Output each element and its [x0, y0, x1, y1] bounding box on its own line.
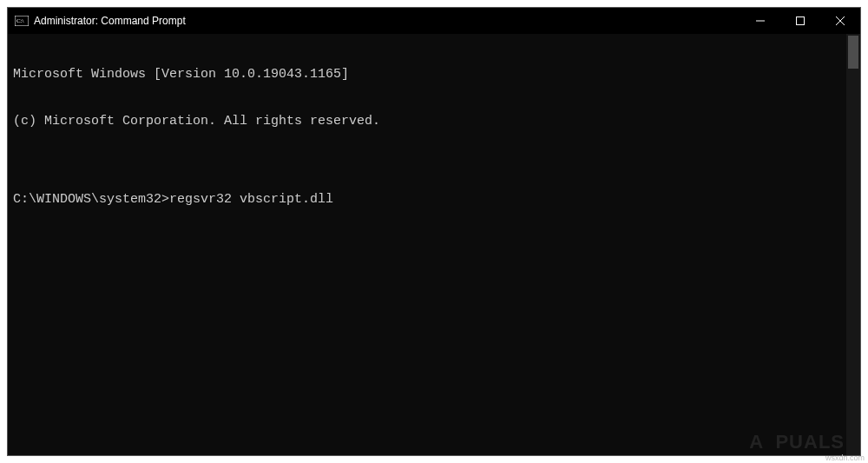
- svg-rect-2: [756, 21, 765, 22]
- command-prompt-window: C:\ Administrator: Command Prompt Micros…: [7, 7, 861, 456]
- terminal-line: (c) Microsoft Corporation. All rights re…: [13, 114, 855, 129]
- cmd-icon: C:\: [15, 14, 29, 28]
- svg-rect-3: [797, 17, 805, 25]
- terminal-line: Microsoft Windows [Version 10.0.19043.11…: [13, 67, 855, 83]
- scrollbar-thumb[interactable]: [848, 36, 858, 69]
- close-button[interactable]: [820, 8, 860, 34]
- watermark-text: A PUALS: [749, 434, 845, 450]
- terminal-area[interactable]: Microsoft Windows [Version 10.0.19043.11…: [8, 34, 860, 455]
- window-title: Administrator: Command Prompt: [34, 15, 186, 27]
- terminal-line: C:\WINDOWS\system32>regsvr32 vbscript.dl…: [13, 192, 855, 208]
- attribution-text: wsxdn.com: [825, 453, 865, 462]
- titlebar[interactable]: C:\ Administrator: Command Prompt: [8, 8, 860, 34]
- svg-text:C:\: C:\: [16, 17, 24, 24]
- vertical-scrollbar[interactable]: [846, 34, 860, 455]
- minimize-button[interactable]: [740, 8, 780, 34]
- maximize-button[interactable]: [780, 8, 820, 34]
